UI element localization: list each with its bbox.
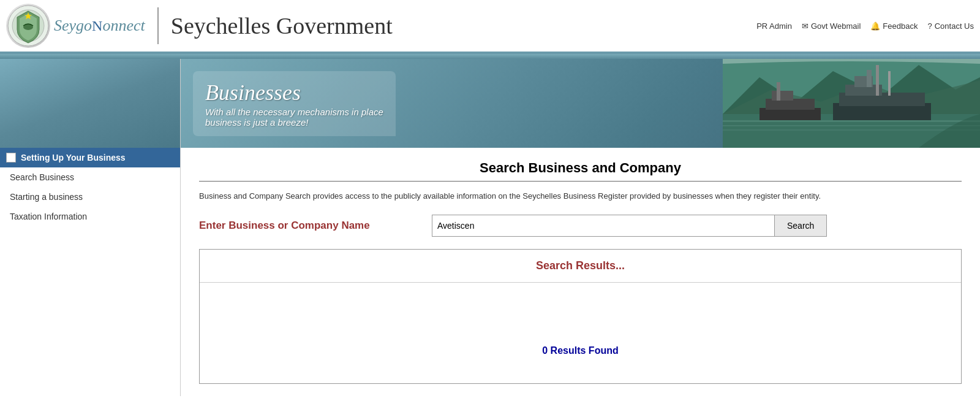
sidebar-item-starting-business[interactable]: Starting a business (0, 187, 180, 207)
government-title: Seychelles Government (171, 12, 393, 39)
govt-webmail-link[interactable]: ✉ Govt Webmail (802, 21, 861, 31)
svg-rect-21 (723, 129, 980, 131)
banner-ships-image (723, 59, 980, 148)
site-name: SeygoNonnect (54, 17, 145, 35)
banner-subtitle: With all the necessary mechanisms in pla… (205, 107, 383, 128)
sidebar-item-taxation[interactable]: Taxation Information (0, 207, 180, 226)
svg-rect-18 (777, 82, 780, 101)
header: SeygoNonnect Seychelles Government PR Ad… (0, 0, 980, 54)
teal-divider-bar (0, 54, 980, 59)
sidebar-heading: Setting Up Your Business (0, 148, 180, 167)
results-box: Search Results... 0 Results Found (199, 249, 962, 384)
search-input[interactable] (432, 215, 775, 237)
pr-admin-link[interactable]: PR Admin (756, 21, 792, 31)
logo-area: SeygoNonnect (6, 4, 145, 48)
contact-us-link[interactable]: ? Contact Us (927, 21, 974, 31)
mail-icon: ✉ (802, 21, 809, 31)
svg-rect-19 (723, 120, 980, 122)
feedback-icon: 🔔 (870, 21, 880, 31)
results-header: Search Results... (200, 250, 961, 283)
banner-text-box: Businesses With all the necessary mechan… (193, 71, 396, 136)
results-count: 0 Results Found (212, 345, 949, 362)
svg-rect-20 (723, 125, 980, 126)
svg-rect-13 (876, 65, 879, 96)
header-nav: PR Admin ✉ Govt Webmail 🔔 Feedback ? Con… (756, 21, 974, 31)
search-label: Enter Business or Company Name (199, 220, 432, 232)
svg-rect-14 (888, 71, 891, 96)
description-text: Business and Company Search provides acc… (199, 190, 962, 202)
sidebar-header-icon (6, 153, 16, 163)
banner: Businesses With all the necessary mechan… (181, 59, 980, 148)
main-container: Setting Up Your Business Search Business… (0, 59, 980, 396)
sidebar: Setting Up Your Business Search Business… (0, 59, 181, 396)
feedback-link[interactable]: 🔔 Feedback (870, 21, 918, 31)
header-divider (157, 7, 159, 44)
svg-rect-17 (772, 91, 793, 101)
results-body: 0 Results Found (200, 283, 961, 375)
search-button[interactable]: Search (775, 215, 827, 237)
banner-title: Businesses (205, 80, 383, 105)
page-title: Search Business and Company (199, 160, 962, 182)
search-row: Enter Business or Company Name Search (199, 215, 962, 237)
svg-rect-12 (867, 70, 872, 87)
contact-icon: ? (927, 21, 932, 31)
emblem-logo (6, 4, 50, 48)
sidebar-item-search-business[interactable]: Search Business (0, 167, 180, 187)
content-area: Search Business and Company Business and… (181, 148, 980, 396)
